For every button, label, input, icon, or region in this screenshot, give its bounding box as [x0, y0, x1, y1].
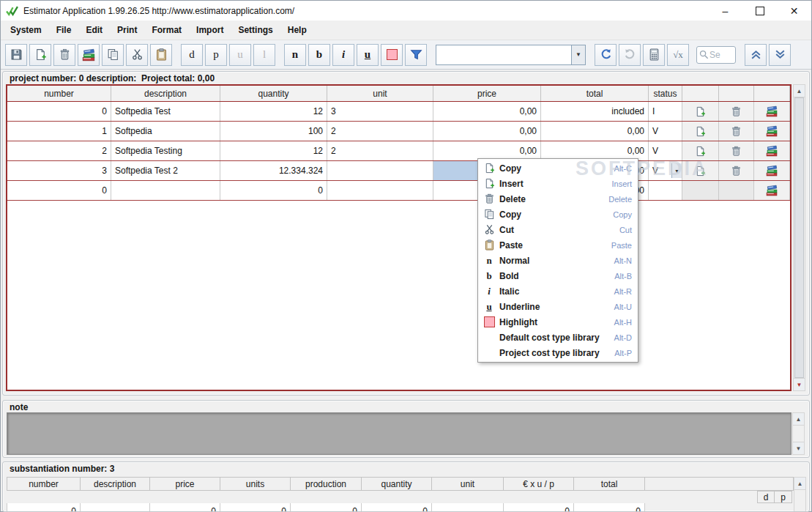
scroll-down-arrow-icon[interactable]: ▼ — [794, 378, 805, 390]
row-insert-button[interactable] — [682, 141, 719, 160]
cell-total[interactable]: included — [541, 102, 649, 121]
row-delete-button[interactable] — [719, 181, 754, 200]
menu-print[interactable]: Print — [110, 22, 144, 38]
row-delete-button[interactable] — [719, 161, 754, 180]
cell-number[interactable]: 0 — [7, 181, 111, 200]
context-menu-item-cut[interactable]: Cut Cut — [478, 222, 638, 237]
cut-button[interactable] — [126, 44, 148, 66]
table-vertical-scrollbar[interactable]: ▲ ▼ — [793, 84, 805, 391]
row-insert-button[interactable] — [682, 181, 719, 200]
cell-quantity[interactable]: 100 — [220, 122, 327, 141]
cell-units[interactable]: 0 — [220, 503, 291, 512]
toolbar-combobox[interactable]: ▼ — [436, 45, 586, 65]
row-library-button[interactable] — [754, 141, 790, 160]
cell-quantity[interactable]: 12 — [220, 102, 327, 121]
filter-button[interactable] — [405, 44, 427, 66]
cell-unit[interactable]: 2 — [327, 141, 433, 160]
cell-price[interactable]: 0,00 — [433, 102, 541, 121]
cell-description[interactable] — [81, 503, 150, 512]
undo-button[interactable] — [595, 44, 617, 66]
redo-button[interactable] — [619, 44, 641, 66]
context-menu-item-normal[interactable]: n Normal Alt-N — [478, 253, 638, 268]
cell-price[interactable]: 0,00 — [433, 122, 541, 141]
format-underline-button[interactable]: u — [357, 44, 379, 66]
cell-quantity[interactable]: 0 — [362, 503, 432, 512]
context-menu-item-paste[interactable]: Paste Paste — [478, 237, 638, 253]
menu-system[interactable]: System — [3, 22, 49, 38]
cell-description[interactable]: Softpedia — [111, 122, 220, 141]
note-vertical-scrollbar[interactable]: ▲ ▼ — [792, 412, 805, 455]
cell-status[interactable]: V — [649, 122, 682, 141]
cell-unit[interactable] — [327, 181, 433, 200]
menu-help[interactable]: Help — [280, 22, 314, 38]
save-button[interactable] — [5, 44, 27, 66]
context-menu-item-highlight[interactable]: Highlight Alt-H — [478, 314, 638, 330]
paste-button[interactable] — [150, 44, 172, 66]
row-delete-button[interactable] — [719, 141, 754, 160]
cell-status-combo[interactable]: V ▼ — [649, 161, 682, 180]
navigate-up-button[interactable] — [745, 44, 767, 66]
row-library-button[interactable] — [754, 122, 790, 141]
format-italic-button[interactable]: i — [332, 44, 354, 66]
row-insert-button[interactable] — [682, 102, 719, 121]
menu-import[interactable]: Import — [189, 22, 231, 38]
menu-file[interactable]: File — [49, 22, 79, 38]
format-bold-button[interactable]: b — [308, 44, 330, 66]
scroll-up-arrow-icon[interactable]: ▲ — [794, 85, 805, 97]
menu-settings[interactable]: Settings — [231, 22, 280, 38]
menu-format[interactable]: Format — [144, 22, 189, 38]
scroll-up-arrow-icon[interactable]: ▲ — [794, 478, 805, 490]
cell-number[interactable]: 0 — [7, 503, 81, 512]
close-button[interactable]: ✕ — [777, 1, 811, 21]
row-library-button[interactable] — [754, 181, 790, 200]
format-u-button[interactable]: u — [229, 44, 251, 66]
context-menu-item-copy-row[interactable]: Copy Alt-C — [478, 160, 638, 176]
new-row-button[interactable] — [29, 44, 51, 66]
cell-price[interactable]: 0 — [150, 503, 220, 512]
context-menu-item-default-cost-type-library[interactable]: Default cost type library Alt-D — [478, 330, 638, 345]
cell-status[interactable]: I — [649, 102, 682, 121]
format-l-button[interactable]: l — [253, 44, 275, 66]
formula-button[interactable]: √x — [667, 44, 689, 66]
cell-description[interactable]: Softpedia Test — [111, 102, 220, 121]
format-p-button[interactable]: p — [205, 44, 227, 66]
calculator-button[interactable] — [643, 44, 665, 66]
context-menu-item-project-cost-type-library[interactable]: Project cost type library Alt-P — [478, 345, 638, 360]
search-field[interactable]: Se — [696, 46, 736, 64]
cell-number[interactable]: 1 — [7, 122, 111, 141]
row-delete-button[interactable] — [719, 122, 754, 141]
status-dropdown-arrow-icon[interactable]: ▼ — [671, 163, 682, 178]
context-menu-item-italic[interactable]: i Italic Alt-R — [478, 283, 638, 299]
delete-row-button[interactable] — [53, 44, 75, 66]
context-menu-item-bold[interactable]: b Bold Alt-B — [478, 268, 638, 283]
cell-description[interactable]: Softpedia Testing — [111, 141, 220, 160]
row-delete-button[interactable] — [719, 102, 754, 121]
cell-unit[interactable]: 3 — [327, 102, 433, 121]
row-library-button[interactable] — [754, 161, 790, 180]
context-menu-item-copy[interactable]: Copy Copy — [478, 207, 638, 222]
cell-number[interactable]: 2 — [7, 141, 111, 160]
cell-quantity[interactable]: 12.334.324 — [220, 161, 327, 180]
cell-status[interactable] — [649, 181, 682, 200]
highlight-button[interactable] — [381, 44, 403, 66]
cell-total[interactable]: 0,00 — [541, 122, 649, 141]
context-menu-item-delete[interactable]: Delete Delete — [478, 191, 638, 207]
scroll-up-arrow-icon[interactable]: ▲ — [793, 413, 804, 426]
format-normal-button[interactable]: n — [284, 44, 306, 66]
row-insert-button[interactable] — [682, 161, 719, 180]
cell-total[interactable]: 0 — [574, 503, 645, 512]
cell-unit[interactable] — [432, 503, 504, 512]
cell-quantity[interactable]: 12 — [220, 141, 327, 160]
scroll-thumb[interactable] — [794, 97, 804, 378]
cell-production[interactable]: 0 — [291, 503, 362, 512]
scroll-down-arrow-icon[interactable]: ▼ — [793, 442, 804, 454]
cell-quantity[interactable]: 0 — [220, 181, 327, 200]
row-library-button[interactable] — [754, 102, 790, 121]
navigate-down-button[interactable] — [769, 44, 791, 66]
maximize-button[interactable] — [742, 1, 777, 21]
cell-number[interactable]: 3 — [7, 161, 111, 180]
row-insert-button[interactable] — [682, 122, 719, 141]
format-d-button[interactable]: d — [181, 44, 203, 66]
cell-unit[interactable] — [327, 161, 433, 180]
cell-number[interactable]: 0 — [7, 102, 111, 121]
